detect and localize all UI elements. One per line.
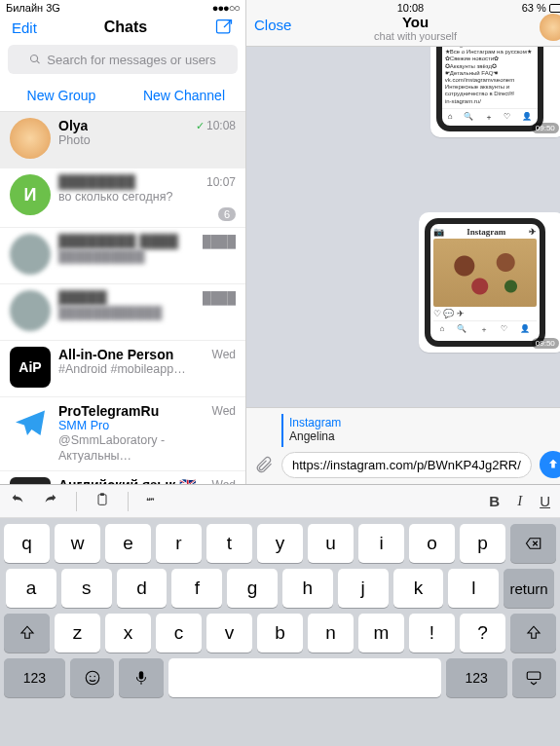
key-g[interactable]: g xyxy=(227,569,278,608)
key-return[interactable]: return xyxy=(504,569,554,608)
chat-row[interactable]: █████████████████████ xyxy=(0,284,245,341)
key-mic[interactable] xyxy=(119,658,163,697)
new-channel-button[interactable]: New Channel xyxy=(123,88,245,103)
keyboard: qwertyuiop asdfghjklreturn zxcvbnm!? 123… xyxy=(0,518,560,746)
search-input[interactable]: Search for messages or users xyxy=(8,45,238,74)
key-l[interactable]: l xyxy=(448,569,499,608)
avatar: И xyxy=(10,174,51,215)
chat-preview: ██████████ xyxy=(58,249,236,265)
chat-preview: ████████████ xyxy=(58,306,236,321)
key-emoji[interactable] xyxy=(70,658,114,697)
key-k[interactable]: k xyxy=(393,569,444,608)
key-numbers[interactable]: 123 xyxy=(4,658,65,697)
chat-name: All-in-One Person xyxy=(58,347,173,362)
message-time: 09:50 xyxy=(532,123,559,133)
battery-label: 63 % xyxy=(522,2,546,14)
key-shift[interactable] xyxy=(510,614,556,653)
keyboard-toolbar: ❝❞ B I U xyxy=(0,485,560,518)
attach-icon[interactable] xyxy=(254,455,274,474)
key-j[interactable]: j xyxy=(338,569,389,608)
key-e[interactable]: e xyxy=(105,524,151,563)
svg-rect-7 xyxy=(528,672,541,680)
chat-row[interactable]: ProTelegramRuWedSMM Pro@SmmLaboratory - … xyxy=(0,397,245,471)
key-d[interactable]: d xyxy=(117,569,168,608)
new-group-button[interactable]: New Group xyxy=(0,88,123,103)
chat-row[interactable]: И████████10:07во сколько сегодня?6 xyxy=(0,168,245,228)
key-b[interactable]: b xyxy=(257,614,303,653)
svg-rect-1 xyxy=(98,495,106,505)
key-s[interactable]: s xyxy=(61,569,112,608)
avatar xyxy=(10,290,51,331)
chat-name: ████████ xyxy=(58,174,135,190)
compose-icon[interactable] xyxy=(214,18,234,37)
preview-site: Instagram xyxy=(289,416,560,429)
key-n[interactable]: n xyxy=(308,614,354,653)
chat-row[interactable]: AiPAll-in-One PersonWed#Android #mobilea… xyxy=(0,341,245,397)
svg-point-3 xyxy=(86,671,99,685)
chat-preview: Photo xyxy=(58,133,236,149)
key-y[interactable]: y xyxy=(257,524,303,563)
battery-icon xyxy=(549,4,560,13)
close-button[interactable]: Close xyxy=(254,17,291,33)
key-v[interactable]: v xyxy=(206,614,252,653)
svg-point-5 xyxy=(93,676,95,678)
clipboard-icon[interactable] xyxy=(94,492,110,510)
chat-preview: @SmmLaboratory - Актуальны… xyxy=(58,433,236,464)
chat-name: ████████ ████ xyxy=(58,234,178,249)
key-a[interactable]: a xyxy=(6,569,56,608)
key-space[interactable] xyxy=(168,658,441,697)
message-bubble[interactable]: 📷Instagram✈ ♡ 💬 ✈ ⌂🔍＋♡👤 09:50 xyxy=(419,212,560,353)
send-button[interactable] xyxy=(540,451,560,478)
underline-button[interactable]: U xyxy=(540,493,550,509)
chat-time: 10:07 xyxy=(206,175,236,189)
key-c[interactable]: c xyxy=(156,614,202,653)
search-placeholder: Search for messages or users xyxy=(47,53,215,67)
key-numbers[interactable]: 123 xyxy=(446,658,507,697)
key-r[interactable]: r xyxy=(156,524,202,563)
key-t[interactable]: t xyxy=(206,524,252,563)
avatar: EN xyxy=(10,477,51,485)
key-hide-keyboard[interactable] xyxy=(512,658,556,697)
key-f[interactable]: f xyxy=(171,569,222,608)
chat-row[interactable]: ████████ ██████████████████ xyxy=(0,228,245,284)
italic-button[interactable]: I xyxy=(517,493,522,509)
avatar: AiP xyxy=(10,347,51,388)
key-u[interactable]: u xyxy=(308,524,354,563)
key-![interactable]: ! xyxy=(409,614,455,653)
chat-row[interactable]: Olya✓10:08Photo xyxy=(0,112,245,168)
svg-rect-0 xyxy=(217,20,230,33)
key-backspace[interactable] xyxy=(510,524,556,563)
key-x[interactable]: x xyxy=(105,614,151,653)
key-?[interactable]: ? xyxy=(460,614,505,653)
undo-icon[interactable] xyxy=(10,492,25,510)
link-preview[interactable]: Instagram Angelina xyxy=(281,414,560,447)
quote-icon[interactable]: ❝❞ xyxy=(146,497,154,506)
key-w[interactable]: w xyxy=(55,524,100,563)
svg-point-4 xyxy=(90,676,92,678)
chat-name: ProTelegramRu xyxy=(58,403,159,419)
avatar[interactable] xyxy=(540,14,560,41)
svg-rect-2 xyxy=(100,493,104,496)
key-i[interactable]: i xyxy=(358,524,404,563)
chat-time: ████ xyxy=(203,235,236,248)
search-icon xyxy=(29,54,41,65)
key-p[interactable]: p xyxy=(460,524,505,563)
key-shift[interactable] xyxy=(4,614,50,653)
key-m[interactable]: m xyxy=(358,614,404,653)
message-time: 09:50 xyxy=(532,338,559,349)
chat-time: 10:08 xyxy=(206,119,236,132)
key-o[interactable]: o xyxy=(409,524,455,563)
edit-button[interactable]: Edit xyxy=(12,19,37,36)
bold-button[interactable]: B xyxy=(489,493,500,509)
key-z[interactable]: z xyxy=(55,614,100,653)
message-input[interactable]: https://instagram.com/p/BWnKP4Jg2RR/ xyxy=(281,452,532,478)
chat-preview: во сколько сегодня? xyxy=(58,190,236,205)
redo-icon[interactable] xyxy=(43,492,58,510)
food-photo xyxy=(433,239,537,307)
message-bubble[interactable]: In-stagram.ru★Все о Инстаграм на русском… xyxy=(430,47,560,137)
chat-name: Olya xyxy=(58,118,88,133)
key-h[interactable]: h xyxy=(282,569,333,608)
chats-title: Chats xyxy=(104,19,147,36)
chat-row[interactable]: ENАнглийский язык 🇬🇧📚Wed"ТОП-5 бизнес ка… xyxy=(0,471,245,485)
key-q[interactable]: q xyxy=(4,524,50,563)
